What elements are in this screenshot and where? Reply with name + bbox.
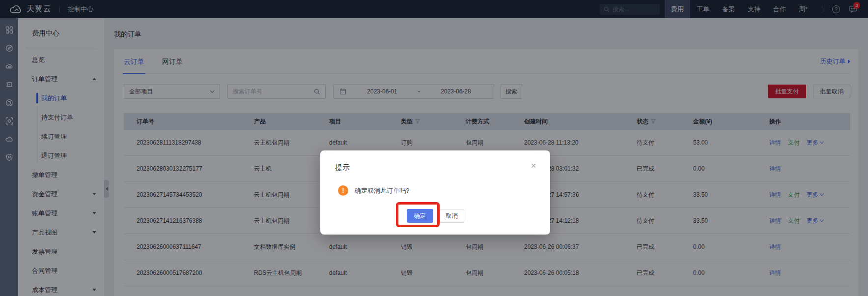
confirm-button[interactable]: 确定 — [407, 209, 433, 223]
modal-overlay — [0, 0, 868, 296]
dialog-message: 确定取消此订单吗? — [355, 186, 409, 195]
app-window: 天翼云 控制中心 费用工单备案支持合作周* ? 3 — [0, 0, 868, 296]
cancel-button[interactable]: 取消 — [440, 209, 464, 223]
dialog-title: 提示 — [335, 163, 350, 173]
close-icon[interactable]: ✕ — [531, 162, 536, 170]
dialog-body: ! 确定取消此订单吗? — [338, 185, 409, 196]
confirm-dialog: 提示 ✕ ! 确定取消此订单吗? 确定 取消 — [320, 150, 550, 235]
warning-icon: ! — [338, 185, 348, 196]
dialog-footer: 确定 取消 — [320, 209, 550, 223]
